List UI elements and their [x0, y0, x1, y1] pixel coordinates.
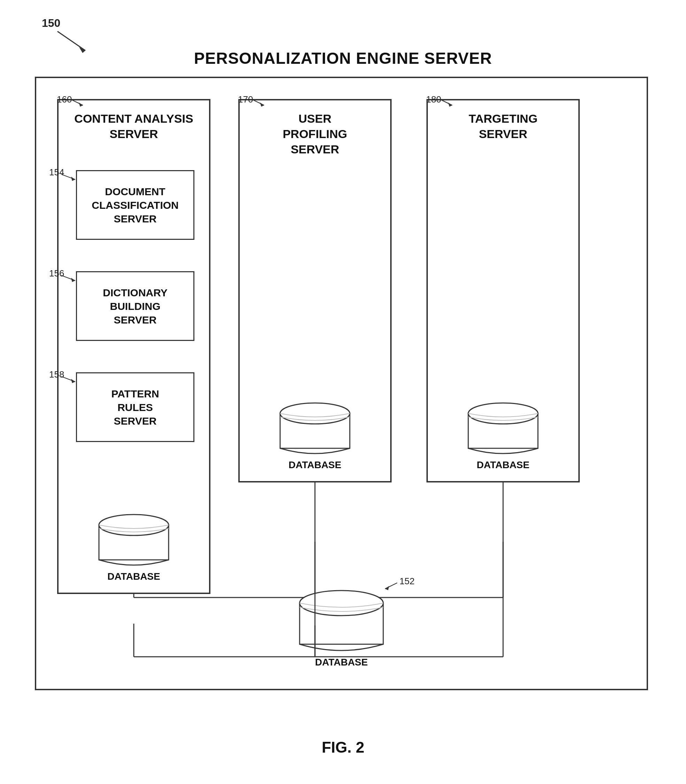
targeting-server-box: 180 TARGETINGSERVER DATABASE [426, 99, 580, 483]
ts-ref-arrow [438, 98, 456, 108]
central-database: 152 DATABASE [296, 586, 387, 668]
pattern-rules-arrow [60, 375, 79, 385]
doc-classification-server-box: 154 DOCUMENTCLASSIFICATIONSERVER [76, 170, 194, 240]
dict-build-arrow [60, 273, 79, 284]
dict-build-label: DICTIONARYBUILDINGSERVER [103, 286, 168, 327]
ts-db-label: DATABASE [465, 460, 541, 471]
ups-ref-arrow [250, 98, 268, 108]
svg-marker-14 [71, 278, 75, 282]
outer-diagram-box: 160 CONTENT ANALYSISSERVER 154 DOCUMENTC… [35, 77, 648, 690]
svg-marker-28 [385, 586, 389, 590]
doc-class-arrow [60, 173, 79, 183]
ups-title: USERPROFILINGSERVER [240, 111, 390, 157]
user-profiling-server-box: 170 USERPROFILINGSERVER DATABASE [238, 99, 392, 483]
page-container: 150 PERSONALIZATION ENGINE SERVER 160 [0, 0, 686, 784]
ts-title: TARGETINGSERVER [428, 111, 578, 142]
ref-150-arrow [54, 28, 96, 56]
dict-building-server-box: 156 DICTIONARYBUILDINGSERVER [76, 271, 194, 341]
doc-class-label: DOCUMENTCLASSIFICATIONSERVER [91, 185, 178, 226]
ups-db-label: DATABASE [277, 460, 353, 471]
svg-point-30 [300, 591, 383, 615]
cas-title: CONTENT ANALYSISSERVER [59, 111, 209, 142]
central-db-ref-arrow [383, 581, 401, 592]
cas-ref-arrow [69, 98, 87, 108]
ts-database: DATABASE [465, 399, 541, 471]
ups-db-cylinder-svg [277, 399, 353, 455]
cas-db-label: DATABASE [95, 571, 172, 582]
central-db-ref: 152 [400, 576, 415, 587]
ups-database: DATABASE [277, 399, 353, 471]
cas-db-cylinder-svg [95, 511, 172, 567]
pattern-rules-server-box: 158 PATTERNRULESSERVER [76, 372, 194, 442]
content-analysis-server-box: 160 CONTENT ANALYSISSERVER 154 DOCUMENTC… [57, 99, 211, 594]
svg-marker-16 [71, 379, 75, 383]
central-db-label: DATABASE [296, 657, 387, 668]
main-title: PERSONALIZATION ENGINE SERVER [194, 49, 492, 68]
ts-db-cylinder-svg [465, 399, 541, 455]
pattern-rules-label: PATTERNRULESSERVER [111, 387, 159, 428]
svg-line-0 [57, 31, 85, 51]
svg-marker-12 [71, 177, 75, 181]
cas-database: DATABASE [95, 511, 172, 582]
central-db-cylinder-svg [296, 586, 387, 653]
fig-caption: FIG. 2 [322, 739, 364, 756]
